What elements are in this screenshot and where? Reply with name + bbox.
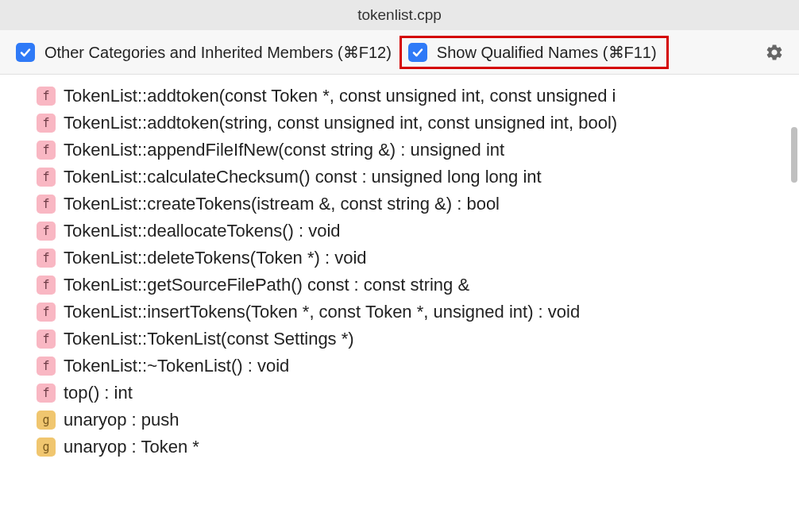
list-item[interactable]: gunaryop : push (37, 407, 799, 434)
function-badge-icon: f (37, 141, 56, 160)
symbol-text: TokenList::appendFileIfNew(const string … (64, 140, 504, 160)
symbol-text: TokenList::calculateChecksum() const : u… (64, 167, 542, 187)
function-badge-icon: f (37, 114, 56, 133)
list-item[interactable]: fTokenList::appendFileIfNew(const string… (37, 137, 799, 164)
list-item[interactable]: fTokenList::getSourceFilePath() const : … (37, 272, 799, 299)
list-item[interactable]: fTokenList::~TokenList() : void (37, 353, 799, 380)
symbol-text: TokenList::addtoken(const Token *, const… (64, 86, 616, 106)
symbol-text: TokenList::insertTokens(Token *, const T… (64, 302, 580, 322)
symbol-text: unaryop : push (64, 410, 179, 430)
checkbox-other-categories[interactable]: Other Categories and Inherited Members (… (16, 43, 392, 62)
checkbox-label: Other Categories and Inherited Members (… (44, 43, 392, 62)
symbol-text: TokenList::TokenList(const Settings *) (64, 329, 354, 349)
function-badge-icon: f (37, 276, 56, 295)
function-badge-icon: f (37, 303, 56, 322)
symbol-text: TokenList::~TokenList() : void (64, 356, 289, 376)
symbol-text: TokenList::addtoken(string, const unsign… (64, 113, 617, 133)
symbol-text: unaryop : Token * (64, 437, 199, 457)
function-badge-icon: f (37, 357, 56, 376)
list-item[interactable]: fTokenList::addtoken(string, const unsig… (37, 110, 799, 137)
toolbar: Other Categories and Inherited Members (… (0, 30, 799, 75)
list-item[interactable]: fTokenList::deleteTokens(Token *) : void (37, 245, 799, 272)
function-badge-icon: f (37, 195, 56, 214)
gear-icon[interactable] (764, 42, 785, 63)
symbol-text: TokenList::getSourceFilePath() const : c… (64, 275, 469, 295)
checkbox-label: Show Qualified Names (⌘F11) (437, 43, 657, 62)
symbol-text: TokenList::createTokens(istream &, const… (64, 194, 500, 214)
highlight-box: Show Qualified Names (⌘F11) (400, 36, 669, 69)
list-item[interactable]: fTokenList::insertTokens(Token *, const … (37, 299, 799, 326)
list-item[interactable]: fTokenList::createTokens(istream &, cons… (37, 191, 799, 218)
list-item[interactable]: ftop() : int (37, 380, 799, 407)
function-badge-icon: f (37, 222, 56, 241)
checkbox-qualified-names[interactable]: Show Qualified Names (⌘F11) (408, 43, 657, 62)
function-badge-icon: f (37, 87, 56, 106)
checkbox-icon (16, 43, 35, 62)
symbol-text: TokenList::deallocateTokens() : void (64, 221, 341, 241)
list-item[interactable]: fTokenList::addtoken(const Token *, cons… (37, 83, 799, 110)
function-badge-icon: f (37, 249, 56, 268)
symbol-text: top() : int (64, 383, 133, 403)
window-title: tokenlist.cpp (357, 6, 442, 24)
symbol-text: TokenList::deleteTokens(Token *) : void (64, 248, 367, 268)
list-item[interactable]: gunaryop : Token * (37, 434, 799, 461)
title-bar: tokenlist.cpp (0, 0, 799, 30)
global-badge-icon: g (37, 411, 56, 430)
function-badge-icon: f (37, 330, 56, 349)
symbol-list[interactable]: fTokenList::addtoken(const Token *, cons… (0, 75, 799, 532)
scrollbar-thumb[interactable] (791, 127, 797, 183)
list-item[interactable]: fTokenList::deallocateTokens() : void (37, 218, 799, 245)
list-item[interactable]: fTokenList::calculateChecksum() const : … (37, 164, 799, 191)
global-badge-icon: g (37, 438, 56, 457)
checkbox-icon (408, 43, 427, 62)
list-item[interactable]: fTokenList::TokenList(const Settings *) (37, 326, 799, 353)
function-badge-icon: f (37, 168, 56, 187)
function-badge-icon: f (37, 384, 56, 403)
